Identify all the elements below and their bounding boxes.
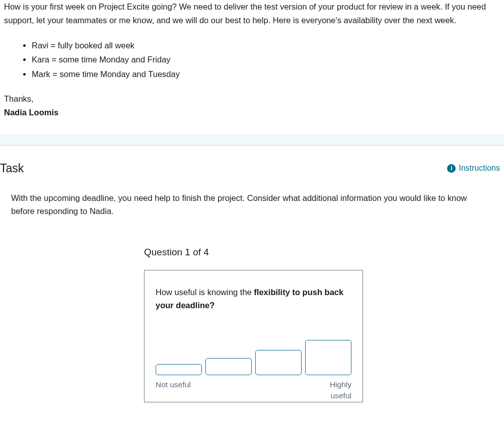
question-card: How useful is knowing the flexibility to… [144,270,363,402]
question-container: Question 1 of 4 How useful is knowing th… [144,245,500,402]
email-section: How is your first week on Project Excite… [0,0,504,134]
rating-label-high: Highly useful [330,379,351,402]
list-item: Ravi = fully booked all week [32,38,500,52]
rating-label-low: Not useful [156,379,191,402]
signoff-text: Thanks, [4,94,34,103]
availability-list: Ravi = fully booked all week Kara = some… [32,38,500,81]
rating-option-4[interactable] [305,340,351,375]
email-signoff: Thanks, Nadia Loomis [4,92,500,119]
task-prompt: With the upcoming deadline, you need hel… [0,191,500,218]
signoff-name: Nadia Loomis [4,108,58,117]
instructions-link[interactable]: i Instructions [447,162,500,174]
list-item: Mark = some time Monday and Tuesday [32,67,500,81]
rating-bars [156,340,351,375]
section-divider [0,134,504,146]
question-text-prefix: How useful is knowing the [156,288,254,297]
question-counter: Question 1 of 4 [144,245,500,260]
rating-option-2[interactable] [205,358,252,375]
task-title: Task [0,160,24,177]
rating-option-1[interactable] [156,364,202,375]
question-text: How useful is knowing the flexibility to… [156,286,351,312]
task-section: Task i Instructions With the upcoming de… [0,146,504,402]
task-header: Task i Instructions [0,160,500,177]
email-body: How is your first week on Project Excite… [4,0,500,27]
list-item: Kara = some time Monday and Friday [32,52,500,66]
info-icon: i [447,164,456,173]
rating-labels: Not useful Highly useful [156,379,351,402]
instructions-label: Instructions [459,162,500,174]
rating-option-3[interactable] [255,350,302,375]
